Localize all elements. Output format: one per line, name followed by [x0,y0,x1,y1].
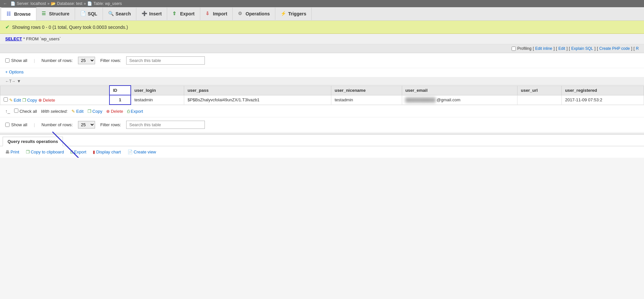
tab-insert[interactable]: ➕ Insert [136,8,167,20]
query-results-tab: Query results operations [3,137,63,146]
left-arrow[interactable]: ←T→ [5,79,15,84]
filter-input-top[interactable] [126,56,205,65]
edit-link[interactable]: Edit [558,46,565,51]
sql-keyword: SELECT [5,36,22,41]
export2-icon: ⎙ [127,109,130,114]
th-user-email: user_email [402,86,517,95]
create-php-link[interactable]: Create PHP code [599,46,630,51]
query-results-actions: 🖶 Print ❐ Copy to clipboard ⎙ Export ▮ D… [0,146,644,158]
show-all-label[interactable]: Show all [5,58,27,63]
col-sort-row: ←T→ ▼ [0,77,644,85]
row-count-select-top[interactable]: 25 50 100 250 500 [78,57,95,64]
pencil2-icon: ✎ [71,109,75,114]
profiling-checkbox[interactable] [512,47,516,51]
print-link[interactable]: 🖶 Print [5,150,19,154]
tab-browse-label: Browse [14,11,31,17]
search-icon: 🔍 [108,11,114,17]
th-user-url: user_url [517,86,562,95]
tab-import[interactable]: ⇩ Import [200,8,233,20]
check-all-checkbox[interactable] [14,109,18,113]
tab-export-label: Export [180,11,194,16]
copy-row-link[interactable]: ❐ Copy [22,98,37,103]
th-user-pass: user_pass [184,86,331,95]
copy-icon: ❐ [22,98,26,103]
options-link[interactable]: + Options [5,70,24,74]
tab-triggers[interactable]: ⚡ Triggers [275,8,312,20]
query-results-section: Query results operations 🖶 Print ❐ Copy … [0,134,644,158]
copy-clipboard-link[interactable]: ❐ Copy to clipboard [26,150,64,154]
export3-icon: ⎙ [70,150,73,154]
info-banner: ✔ Showing rows 0 - 0 (1 total, Query too… [0,21,644,34]
with-selected-delete[interactable]: ⊗ Delete [106,109,123,114]
cell-user-nicename: testadmin [331,95,402,105]
th-checkbox [0,86,109,95]
show-all-checkbox[interactable] [5,58,10,63]
tab-import-label: Import [213,11,227,16]
number-of-rows-label-bottom: Number of rows: [42,122,73,127]
show-all-checkbox-bottom[interactable] [5,123,10,127]
tab-sql[interactable]: 📄 SQL [75,8,103,20]
with-selected-label: With selected: [41,109,68,114]
import-icon: ⇩ [205,11,211,17]
check-icon: ✔ [5,24,10,30]
refresh-link[interactable]: R [636,46,639,51]
explain-sql-link[interactable]: Explain SQL [571,46,593,51]
tab-search[interactable]: 🔍 Search [103,8,137,20]
cell-user-registered: 2017-11-09 07:53:2 [562,95,644,105]
controls-row-bottom: Show all | Number of rows: 25 50 100 250… [0,117,644,132]
row-count-select-bottom[interactable]: 25 50 100 250 500 [78,121,95,129]
row-checkbox[interactable] [4,97,8,102]
structure-icon: ☰ [42,11,48,17]
triggers-icon: ⚡ [281,11,286,17]
back-arrow[interactable]: ← [3,1,7,6]
banner-message: Showing rows 0 - 0 (1 total, Query took … [12,25,128,30]
controls-row-top: Show all | Number of rows: 25 50 100 250… [0,53,644,68]
edit-row-link[interactable]: ✎ Edit [9,98,21,103]
check-all-label[interactable]: Check all [14,109,37,114]
chart-icon: ▮ [93,150,95,154]
tab-operations-label: Operations [245,11,270,16]
cell-id: 1 [109,95,131,105]
profiling-label: Profiling [517,46,531,51]
th-user-login: user_login [131,86,184,95]
delete-icon: ⊗ [38,98,42,103]
cell-user-pass: $P$BsZhalyvcfolai49unZX/1.T3lvazb1 [184,95,331,105]
data-table: ID user_login user_pass user_nicename us… [0,85,644,105]
nav-tabs: ☷ Browse ☰ Structure 📄 SQL 🔍 Search ➕ In… [0,7,644,21]
show-all-label-bottom[interactable]: Show all [5,122,27,127]
th-id: ID [109,86,131,95]
pencil-icon: ✎ [9,98,13,103]
server-label: Server: localhost [17,1,46,6]
th-user-registered: user_registered [562,86,644,95]
tab-export[interactable]: ⇧ Export [167,8,200,20]
with-selected-export[interactable]: ⎙ Export [127,109,143,114]
tab-browse[interactable]: ☷ Browse [1,7,36,20]
create-view-link[interactable]: 📄 Create view [127,150,156,154]
tab-search-label: Search [116,11,131,16]
sep1: » [47,1,49,6]
profiling-bar: Profiling [Edit inline] [Edit] [Explain … [0,44,644,53]
print-icon: 🖶 [5,150,10,154]
tab-structure[interactable]: ☰ Structure [36,8,75,20]
filter-input-bottom[interactable] [126,121,205,129]
sort-dropdown[interactable]: ▼ [17,79,21,84]
up-arrow-icon: ↑_ [5,109,10,114]
table-icon: ☷ [7,11,12,17]
delete-row-link[interactable]: ⊗ Delete [38,98,55,103]
filter-rows-label-bottom: Filter rows: [100,122,121,127]
tab-structure-label: Structure [49,11,69,16]
display-chart-link[interactable]: ▮ Display chart [93,150,121,154]
sql-icon: 📄 [80,11,86,17]
tab-operations[interactable]: ⚙ Operations [233,8,275,20]
cell-user-login: testadmin [131,95,184,105]
number-of-rows-label: Number of rows: [42,58,73,63]
copy2-icon: ❐ [88,109,91,114]
th-user-nicename: user_nicename [331,86,402,95]
database-label: Database: test [57,1,82,6]
table-area: ←T→ ▼ ID user_login user_pass user_nicen… [0,77,644,117]
row-actions: ✎ Edit ❐ Copy ⊗ Delete [0,95,109,105]
with-selected-edit[interactable]: ✎ Edit [71,109,83,114]
export-results-link[interactable]: ⎙ Export [70,150,87,154]
edit-inline-link[interactable]: Edit inline [535,46,552,51]
with-selected-copy[interactable]: ❐ Copy [88,109,102,114]
